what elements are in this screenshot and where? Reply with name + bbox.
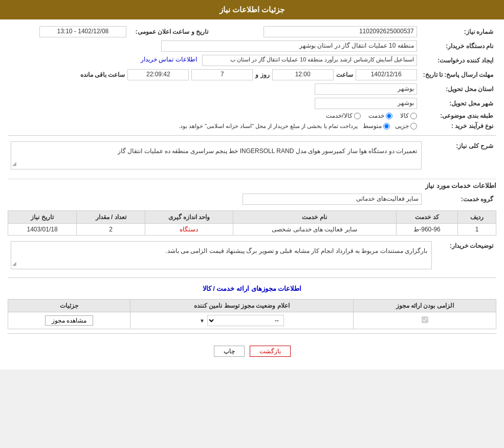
ijad-link[interactable]: اطلاعات تماس خریدار	[141, 56, 197, 63]
tabaqe-khedmat[interactable]: خدمت	[368, 112, 392, 119]
row-farayand: نوع فرآیند خرید : جزیی متوسط پرداخت تمام…	[8, 121, 496, 131]
permit-col-elzami: الزامی بودن ارائه مجوز	[354, 300, 496, 312]
tabaqe-options: کالا خدمت کالا/خدمت	[8, 111, 420, 121]
cell-kod: 960-96-ط	[396, 224, 458, 236]
sharh-value-cell: تعمیرات دو دستگاه هوا ساز کمپرسور هوای م…	[8, 140, 425, 174]
cell-vahed: دستگاه	[145, 224, 233, 236]
cell-tedad: 2	[77, 224, 145, 236]
grooh-table: گروه خدمت: سایر فعالیت‌های خدماتی	[8, 192, 496, 206]
row-ijad: ایجاد کننده درخواست: اسماعیل آسایش کارشن…	[8, 53, 496, 68]
tabaqe-kalaKhedmat-label: کالا/خدمت	[326, 112, 352, 119]
khadamat-section-header: اطلاعات خدمات مورد نیاز	[8, 179, 496, 192]
cell-tarikh: 1403/01/18	[8, 224, 77, 236]
row-sharh: شرح کلی نیاز: تعمیرات دو دستگاه هوا ساز …	[8, 140, 496, 174]
farayand-note: پرداخت تمام یا بخشی از مبلغ خریدار از مح…	[179, 123, 358, 130]
services-tbody: 1 960-96-ط سایر فعالیت های خدماتی شخصی د…	[8, 224, 496, 236]
row-shahr: شهر محل تحویل: بوشهر	[8, 96, 496, 111]
row-tosih: توضیحات خریدار: بارگزاری مستندات مربوط ب…	[8, 240, 496, 273]
grooh-input: سایر فعالیت‌های خدماتی	[243, 194, 422, 205]
view-permit-button[interactable]: مشاهده مجوز	[45, 315, 93, 326]
shahr-input: بوشهر	[315, 98, 417, 109]
row-grooh: گروه خدمت: سایر فعالیت‌های خدماتی	[8, 192, 496, 206]
permit-joziat-cell: مشاهده مجوز	[8, 312, 130, 329]
permit-table: الزامی بودن ارائه مجوز اعلام وضعیت مجوز …	[8, 299, 496, 329]
shahr-label: شهر محل تحویل:	[420, 96, 496, 111]
mojoz-link[interactable]: اطلاعات مجوزهای ارائه خدمت / کالا	[203, 285, 302, 292]
footer-buttons: بازگشت چاپ	[8, 338, 496, 365]
date-input: 1402/12/16	[356, 69, 417, 80]
col-radif: ردیف	[458, 211, 496, 224]
tosih-resize-icon: ◢	[12, 259, 16, 268]
baqi-input: 22:09:42	[127, 69, 189, 80]
ijad-label: ایجاد کننده درخواست:	[420, 53, 496, 68]
tarikh-elan-input: 1402/12/08 - 13:10	[39, 26, 126, 37]
row-namdastgah: نام دستگاه خریدار: منطقه 10 عملیات انتقا…	[8, 39, 496, 53]
cell-radif: 1	[458, 224, 496, 236]
chevron-down-icon: ▼	[200, 318, 205, 324]
sharh-text: تعمیرات دو دستگاه هوا ساز کمپرسور هوای م…	[118, 147, 417, 155]
col-name: نام خدمت	[233, 211, 396, 224]
info-table: شماره نیاز: 1102092625000537 تاریخ و ساع…	[8, 25, 496, 131]
shomare-value: 1102092625000537	[211, 25, 420, 39]
permit-row-1: -- ▼ مشاهده مجوز	[8, 312, 496, 329]
tabaqe-label: طبقه بندی موضوعی:	[420, 111, 496, 121]
permit-col-eelam: اعلام وضعیت مجوز توسط نامین کننده	[130, 300, 354, 312]
services-table: ردیف کد خدمت نام خدمت واحد اندازه گیری ت…	[8, 210, 496, 236]
col-tedad: تعداد / مقدار	[77, 211, 145, 224]
ijad-value: اسماعیل آسایش کارشناس ارشد برآورد منطقه …	[8, 53, 420, 68]
rooz-label: روز و	[255, 71, 269, 78]
row-mohlat: مهلت ارسال پاسخ: تا تاریخ: 1402/12/16 سا…	[8, 68, 496, 82]
tosih-table: توضیحات خریدار: بارگزاری مستندات مربوط ب…	[8, 240, 496, 273]
tarikh-elan-label: تاریخ و ساعت اعلان عمومی:	[129, 25, 211, 39]
divider-1	[8, 135, 496, 136]
farayand-jozi[interactable]: جزیی	[395, 122, 417, 130]
tabaqe-kala-radio[interactable]	[410, 113, 417, 119]
shomare-input: 1102092625000537	[264, 26, 417, 37]
cell-name: سایر فعالیت های خدماتی شخصی	[233, 224, 396, 236]
farayand-motavasset-radio[interactable]	[383, 123, 390, 130]
mohlat-row: 1402/12/16 ساعت 12:00 روز و 7 22:09:42 س…	[8, 68, 420, 82]
permit-eelam-wrapper: -- ▼	[135, 315, 349, 326]
permit-elzami-checkbox[interactable]	[422, 316, 428, 323]
namdastgah-value: منطقه 10 عملیات انتقال گاز در استان بوشه…	[8, 39, 420, 53]
resize-icon: ◢	[12, 159, 16, 168]
grooh-label: گروه خدمت:	[425, 192, 496, 206]
tabaqe-khedmat-radio[interactable]	[386, 113, 392, 119]
back-button[interactable]: بازگشت	[250, 346, 291, 357]
mojoz-section-header: اطلاعات مجوزهای ارائه خدمت / کالا	[8, 282, 496, 295]
farayand-label: نوع فرآیند خرید :	[420, 121, 496, 131]
tabaqe-kala[interactable]: کالا	[400, 112, 417, 119]
tabaqe-radio-group: کالا خدمت کالا/خدمت	[11, 112, 417, 119]
sharh-box: تعمیرات دو دستگاه هوا ساز کمپرسور هوای م…	[11, 141, 422, 169]
farayand-options: جزیی متوسط پرداخت تمام یا بخشی از مبلغ خ…	[8, 121, 420, 131]
farayand-jozi-label: جزیی	[395, 122, 409, 130]
page-header: جزئیات اطلاعات نیاز	[0, 0, 504, 19]
tabaqe-kalaKhedmat[interactable]: کالا/خدمت	[326, 112, 360, 119]
main-content: شماره نیاز: 1102092625000537 تاریخ و ساع…	[0, 19, 504, 370]
tosih-label: توضیحات خریدار:	[435, 240, 496, 273]
col-tarikh: تاریخ نیاز	[8, 211, 77, 224]
table-row: 1 960-96-ط سایر فعالیت های خدماتی شخصی د…	[8, 224, 496, 236]
tosih-text: بارگزاری مستندات مربوط به قرارداد انجام …	[165, 247, 427, 254]
row-shomare: شماره نیاز: 1102092625000537 تاریخ و ساع…	[8, 25, 496, 39]
grooh-value-cell: سایر فعالیت‌های خدماتی	[8, 192, 425, 206]
tosih-value-cell: بارگزاری مستندات مربوط به قرارداد انجام …	[8, 240, 435, 273]
ostan-value: بوشهر	[8, 82, 420, 96]
tosih-box: بارگزاری مستندات مربوط به قرارداد انجام …	[11, 241, 432, 269]
farayand-jozi-radio[interactable]	[410, 123, 417, 130]
ostan-label: استان محل تحویل:	[420, 82, 496, 96]
farayand-motavasset-label: متوسط	[363, 122, 382, 130]
ostan-input: بوشهر	[315, 83, 417, 95]
rooz-input: 7	[191, 69, 253, 80]
permit-tbody: -- ▼ مشاهده مجوز	[8, 312, 496, 329]
baqi-label: ساعت باقی مانده	[80, 71, 125, 78]
header-title: جزئیات اطلاعات نیاز	[220, 5, 284, 14]
farayand-motavasset[interactable]: متوسط	[363, 122, 390, 130]
tabaqe-khedmat-label: خدمت	[368, 112, 384, 119]
namdastgah-label: نام دستگاه خریدار:	[420, 39, 496, 53]
tabaqe-kalaKhedmat-radio[interactable]	[354, 113, 361, 119]
permit-eelam-select[interactable]: --	[207, 315, 284, 326]
print-button[interactable]: چاپ	[214, 346, 245, 357]
tarikh-elan-value: 1402/12/08 - 13:10	[8, 25, 129, 39]
tabaqe-kala-label: کالا	[400, 112, 409, 119]
